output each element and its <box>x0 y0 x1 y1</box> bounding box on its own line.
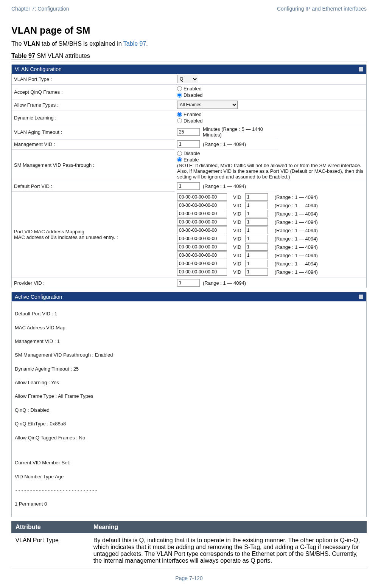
intro-paragraph: The VLAN tab of SM/BHS is explained in T… <box>11 40 367 47</box>
active-blank <box>15 448 363 453</box>
mac-input[interactable] <box>177 227 227 234</box>
intro-post: . <box>146 40 148 47</box>
active-config-panel: Active Configuration Default Port VID : … <box>11 292 367 517</box>
vlan-port-type-select[interactable]: Q <box>177 75 198 83</box>
prov-vid-input[interactable] <box>177 279 200 287</box>
prov-vid-label: Provider VID : <box>12 278 175 288</box>
mac-range: (Range : 1 — 4094) <box>275 219 318 225</box>
vid-input[interactable] <box>245 193 268 201</box>
meaning-cell: By default this is Q, indicating that it… <box>90 533 367 568</box>
active-line: QinQ : Disabled <box>15 407 363 414</box>
active-config-title: Active Configuration <box>15 294 62 300</box>
vid-label: VID <box>233 244 241 250</box>
smpass-note: (NOTE: If disabled, MVID traffic will no… <box>177 163 364 180</box>
vid-input[interactable] <box>245 251 268 259</box>
mac-input[interactable] <box>177 243 227 251</box>
mac-range: (Range : 1 — 4094) <box>275 228 318 233</box>
vid-label: VID <box>233 261 241 267</box>
aging-range: Minutes (Range : 5 — 1440 Minutes) <box>203 126 276 138</box>
mac-range: (Range : 1 — 4094) <box>275 203 318 208</box>
dyn-learn-disabled-radio[interactable] <box>177 118 182 123</box>
def-port-vid-range: (Range : 1 — 4094) <box>203 183 246 189</box>
section-label: Configuring IP and Ethernet interfaces <box>277 6 367 12</box>
active-line: MAC Address VID Map: <box>15 324 363 331</box>
accept-qinq-label: Accept QinQ Frames : <box>12 85 175 99</box>
accept-qinq-disabled-radio[interactable] <box>177 93 182 98</box>
active-line: Management VID : 1 <box>15 338 363 345</box>
smpass-enable-text: Enable <box>184 157 199 163</box>
vid-label: VID <box>233 269 241 275</box>
active-line: Allow Learning : Yes <box>15 379 363 386</box>
vid-label: VID <box>233 219 241 225</box>
macmap-label: Port VID MAC Address Mapping MAC address… <box>12 191 175 278</box>
attr-cell: VLAN Port Type <box>12 533 90 568</box>
vid-input[interactable] <box>245 210 268 217</box>
attribute-table: Attribute Meaning VLAN Port Type By defa… <box>11 521 367 568</box>
mac-input[interactable] <box>177 202 227 209</box>
dyn-learn-enabled-text: Enabled <box>184 112 202 117</box>
vid-input[interactable] <box>245 260 268 267</box>
caption-rest: SM VLAN attributes <box>35 53 90 59</box>
intro-link[interactable]: Table 97 <box>123 40 146 47</box>
vid-label: VID <box>233 211 241 217</box>
mac-range: (Range : 1 — 4094) <box>275 236 318 242</box>
allow-frame-label: Allow Frame Types : <box>12 99 175 110</box>
def-port-vid-input[interactable] <box>177 182 200 190</box>
mac-range: (Range : 1 — 4094) <box>275 194 318 200</box>
smpass-label: SM Management VID Pass-through : <box>12 149 175 181</box>
mac-range: (Range : 1 — 4094) <box>275 244 318 250</box>
allow-frame-select[interactable]: All Frames <box>177 101 238 109</box>
vid-label: VID <box>233 236 241 242</box>
vid-input[interactable] <box>245 218 268 226</box>
vid-label: VID <box>233 253 241 258</box>
intro-mid: tab of SM/BHS is explained in <box>40 40 123 47</box>
mac-range: (Range : 1 — 4094) <box>275 261 318 267</box>
vid-input[interactable] <box>245 227 268 234</box>
active-config-header: Active Configuration <box>12 292 366 301</box>
intro-bold: VLAN <box>23 40 40 47</box>
active-line: Allow Frame Type : All Frame Types <box>15 393 363 400</box>
mac-input[interactable] <box>177 235 227 242</box>
attr-header: Attribute <box>12 521 90 533</box>
active-line: Current VID Member Set: <box>15 459 363 466</box>
table-caption: Table 97 SM VLAN attributes <box>11 53 367 59</box>
dyn-learn-enabled-radio[interactable] <box>177 112 182 117</box>
active-line: Dynamic Ageing Timeout : 25 <box>15 366 363 372</box>
mac-range: (Range : 1 — 4094) <box>275 269 318 275</box>
dyn-learn-label: Dynamic Learning : <box>12 110 175 125</box>
mac-input[interactable] <box>177 218 227 226</box>
page-footer: Page 7-120 <box>0 575 378 581</box>
active-line: Allow QinQ Tagged Frames : No <box>15 434 363 441</box>
vid-label: VID <box>233 228 241 233</box>
mgmt-vid-input[interactable] <box>177 140 200 148</box>
smpass-disable-text: Disable <box>184 150 200 156</box>
meaning-header: Meaning <box>90 521 367 533</box>
active-line: VID Number Type Age <box>15 473 363 480</box>
vid-input[interactable] <box>245 235 268 242</box>
active-line: QinQ EthType : 0x88a8 <box>15 420 363 427</box>
vid-input[interactable] <box>245 268 268 276</box>
collapse-icon[interactable] <box>359 295 363 299</box>
def-port-vid-label: Default Port VID : <box>12 181 175 192</box>
vlan-port-type-label: VLAN Port Type : <box>12 74 175 85</box>
vlan-config-table: VLAN Port Type : Q Accept QinQ Frames : … <box>12 74 366 288</box>
vid-input[interactable] <box>245 243 268 251</box>
vid-input[interactable] <box>245 202 268 209</box>
aging-input[interactable] <box>177 128 200 136</box>
mgmt-vid-label: Management VID : <box>12 139 175 149</box>
mac-input[interactable] <box>177 210 227 217</box>
macmap-container: VID(Range : 1 — 4094) VID(Range : 1 — 40… <box>175 191 366 278</box>
mac-input[interactable] <box>177 193 227 201</box>
active-line: Default Port VID : 1 <box>15 310 363 317</box>
collapse-icon[interactable] <box>359 67 363 71</box>
active-divider: ---------------------------- <box>15 487 363 494</box>
vlan-config-header: VLAN Configuration <box>12 65 366 74</box>
smpass-enable-radio[interactable] <box>177 157 182 162</box>
mgmt-vid-range: (Range : 1 — 4094) <box>203 141 246 147</box>
active-line: SM Management VID Passthrough : Enabled <box>15 352 363 358</box>
mac-input[interactable] <box>177 260 227 267</box>
mac-input[interactable] <box>177 251 227 259</box>
smpass-disable-radio[interactable] <box>177 151 182 156</box>
mac-input[interactable] <box>177 268 227 276</box>
accept-qinq-enabled-radio[interactable] <box>177 86 182 91</box>
